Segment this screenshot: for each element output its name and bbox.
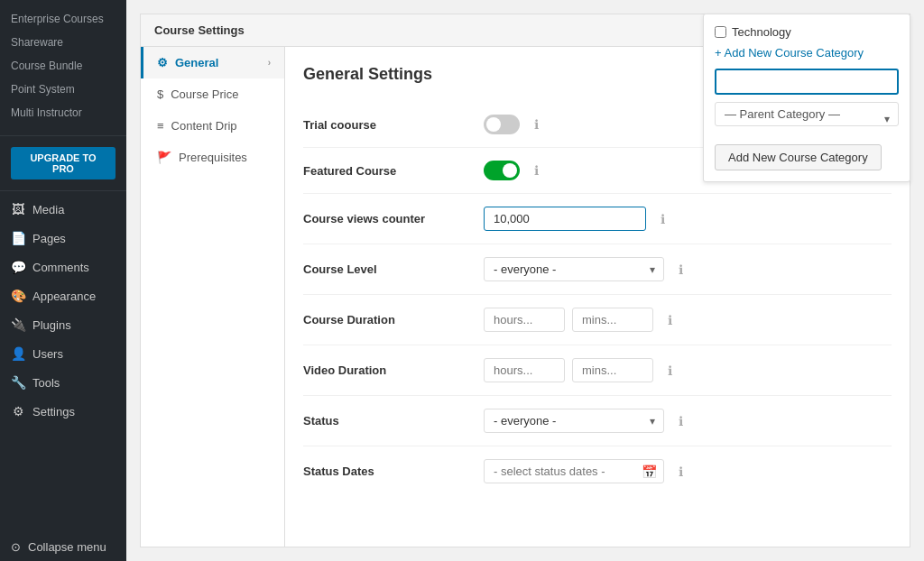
settings-icon: ⚙ — [11, 404, 25, 418]
course-level-control: - everyone - Beginner Intermediate Exper… — [484, 257, 892, 281]
sidebar-item-settings-label: Settings — [32, 405, 75, 418]
nav-prerequisites-label: Prerequisites — [179, 151, 247, 164]
technology-checkbox-row: Technology — [715, 25, 899, 39]
settings-nav: ⚙ General › $ Course Price ≡ Content Dri… — [141, 47, 285, 547]
comments-icon: 💬 — [11, 260, 25, 274]
status-select[interactable]: - everyone - Active Inactive — [484, 409, 664, 433]
status-dates-label: Status Dates — [303, 464, 484, 478]
new-category-text-input[interactable] — [715, 69, 899, 95]
sidebar-item-settings[interactable]: ⚙ Settings — [0, 397, 126, 426]
video-duration-hours-input[interactable] — [484, 358, 565, 382]
trial-course-slider — [484, 115, 520, 134]
video-duration-mins-input[interactable] — [572, 358, 653, 382]
status-dates-info-icon[interactable]: ℹ — [679, 464, 683, 479]
nav-prerequisites[interactable]: 🚩 Prerequisites — [141, 142, 284, 173]
status-dates-control: 📅 ℹ — [484, 459, 892, 483]
course-duration-control: ℹ — [484, 308, 892, 332]
nav-course-price-label: Course Price — [171, 87, 238, 101]
sidebar-item-point-system[interactable]: Point System — [0, 78, 126, 101]
video-duration-label: Video Duration — [303, 363, 484, 377]
course-duration-info-icon[interactable]: ℹ — [668, 313, 672, 327]
course-duration-hours-input[interactable] — [484, 308, 565, 332]
appearance-icon: 🎨 — [11, 289, 25, 303]
sidebar-item-plugins[interactable]: 🔌 Plugins — [0, 310, 126, 339]
add-category-button[interactable]: Add New Course Category — [715, 144, 882, 170]
status-label: Status — [303, 414, 484, 428]
status-dates-row: Status Dates 📅 ℹ — [303, 446, 892, 496]
parent-category-select[interactable]: — Parent Category — Technology Business … — [715, 102, 899, 126]
plugins-icon: 🔌 — [11, 317, 25, 332]
sidebar-item-users[interactable]: 👤 Users — [0, 339, 126, 368]
nav-content-drip-label: Content Drip — [171, 119, 237, 133]
status-dates-input[interactable] — [484, 459, 664, 483]
sidebar-item-users-label: Users — [32, 347, 63, 361]
featured-course-info-icon[interactable]: ℹ — [534, 163, 539, 178]
main-content: Course Settings ▲ ⚙ General › $ Course P… — [126, 0, 924, 561]
course-duration-mins-input[interactable] — [572, 308, 653, 332]
sidebar-item-course-bundle[interactable]: Course Bundle — [0, 54, 126, 78]
course-duration-row: Course Duration ℹ — [303, 295, 892, 345]
featured-course-toggle[interactable] — [484, 161, 520, 180]
trial-course-info-icon[interactable]: ℹ — [534, 117, 539, 132]
category-panel: Technology + Add New Course Category — P… — [703, 14, 910, 182]
sidebar-item-multi-instructor[interactable]: Multi Instructor — [0, 101, 126, 124]
sidebar-item-pages-label: Pages — [32, 232, 66, 245]
sidebar-item-comments-label: Comments — [32, 261, 89, 274]
content-drip-nav-icon: ≡ — [157, 119, 164, 133]
course-level-select-wrap: - everyone - Beginner Intermediate Exper… — [484, 257, 664, 281]
technology-checkbox[interactable] — [715, 26, 726, 38]
sidebar-item-media-label: Media — [32, 203, 64, 216]
collapse-menu-label: Collapse menu — [28, 540, 106, 554]
status-dates-wrap: 📅 — [484, 459, 664, 483]
course-views-row: Course views counter ℹ — [303, 194, 892, 244]
course-duration-label: Course Duration — [303, 313, 484, 326]
course-views-label: Course views counter — [303, 212, 484, 225]
status-row: Status - everyone - Active Inactive ℹ — [303, 396, 892, 446]
nav-general-arrow: › — [268, 58, 271, 68]
video-duration-info-icon[interactable]: ℹ — [668, 363, 672, 378]
nav-course-price[interactable]: $ Course Price — [141, 78, 284, 110]
users-icon: 👤 — [11, 346, 25, 361]
course-views-info-icon[interactable]: ℹ — [661, 212, 665, 226]
price-nav-icon: $ — [157, 87, 163, 101]
sidebar-item-media[interactable]: 🖼 Media — [0, 195, 126, 224]
course-views-control: ℹ — [484, 207, 892, 231]
prerequisites-nav-icon: 🚩 — [157, 151, 171, 164]
video-duration-control: ℹ — [484, 358, 892, 382]
featured-course-label: Featured Course — [303, 164, 484, 178]
course-level-label: Course Level — [303, 262, 484, 276]
featured-course-slider — [484, 161, 520, 180]
status-control: - everyone - Active Inactive ℹ — [484, 409, 892, 433]
sidebar-item-shareware[interactable]: Shareware — [0, 31, 126, 54]
sidebar-item-appearance-label: Appearance — [32, 290, 96, 303]
media-icon: 🖼 — [11, 202, 25, 216]
upgrade-to-pro-button[interactable]: UPGRADE TO PRO — [11, 147, 116, 179]
course-views-input[interactable] — [484, 207, 646, 231]
sidebar-item-tools-label: Tools — [32, 376, 60, 390]
trial-course-toggle[interactable] — [484, 115, 520, 134]
pages-icon: 📄 — [11, 231, 25, 245]
tools-icon: 🔧 — [11, 375, 25, 390]
nav-content-drip[interactable]: ≡ Content Drip — [141, 110, 284, 142]
sidebar-top-section: Enterprise Courses Shareware Course Bund… — [0, 0, 126, 132]
collapse-menu-button[interactable]: ⊙ Collapse menu — [0, 533, 126, 561]
general-nav-icon: ⚙ — [157, 56, 168, 69]
sidebar-item-plugins-label: Plugins — [32, 318, 71, 332]
sidebar-item-comments[interactable]: 💬 Comments — [0, 253, 126, 281]
status-select-wrap: - everyone - Active Inactive — [484, 409, 664, 433]
nav-general-label: General — [175, 56, 218, 69]
course-level-select[interactable]: - everyone - Beginner Intermediate Exper… — [484, 257, 664, 281]
collapse-icon: ⊙ — [11, 540, 21, 554]
course-level-row: Course Level - everyone - Beginner Inter… — [303, 244, 892, 295]
sidebar-item-appearance[interactable]: 🎨 Appearance — [0, 281, 126, 310]
nav-general[interactable]: ⚙ General › — [141, 47, 284, 78]
add-new-category-link[interactable]: + Add New Course Category — [715, 46, 899, 60]
sidebar-item-tools[interactable]: 🔧 Tools — [0, 368, 126, 397]
sidebar-item-pages[interactable]: 📄 Pages — [0, 224, 126, 253]
trial-course-label: Trial coourse — [303, 118, 484, 132]
status-info-icon[interactable]: ℹ — [679, 414, 683, 428]
course-settings-title: Course Settings — [154, 23, 245, 37]
sidebar-item-enterprise-courses[interactable]: Enterprise Courses — [0, 7, 126, 31]
video-duration-row: Video Duration ℹ — [303, 345, 892, 396]
course-level-info-icon[interactable]: ℹ — [679, 262, 683, 277]
